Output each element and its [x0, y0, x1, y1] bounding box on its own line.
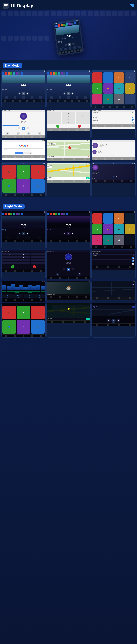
night-m2-prev[interactable]: ◀◀ [64, 232, 66, 235]
night-eq-btn5[interactable]: BAS [2, 296, 12, 298]
night-cp-podcast[interactable]: 🎙 [17, 320, 30, 334]
night-app-bt[interactable]: BT [125, 213, 135, 224]
night-num-5[interactable]: 5 [16, 256, 30, 258]
night-cp-waze[interactable]: 🔵 [2, 320, 16, 334]
day-btc-call-btn[interactable]: 📞 [56, 125, 60, 128]
app-icon-bt[interactable]: BT [125, 72, 135, 83]
day-bts-toggle-5[interactable] [132, 122, 134, 124]
night-cp-music[interactable]: 🎵 [31, 306, 44, 319]
hero-next-btn[interactable]: ▶▶ [72, 42, 75, 45]
num-0[interactable]: 0 [62, 121, 76, 124]
hero-play-btn[interactable]: ▶ [68, 42, 72, 46]
night-cp-phone[interactable]: 📞 [2, 306, 16, 319]
cp-app-music[interactable]: 🎵 [31, 165, 44, 178]
cp-app-phone[interactable]: 📞 [2, 165, 16, 178]
night-app-carplay[interactable]: 🍎 [103, 235, 113, 245]
day-waze-go[interactable]: GO [86, 177, 90, 179]
night-btm-next[interactable]: ▶▶ [72, 268, 74, 270]
night-num-hash[interactable]: # [31, 262, 45, 264]
night-btm-mic[interactable]: 🎤 [78, 272, 81, 276]
day-btm-mic[interactable]: 🎤 [38, 132, 41, 135]
num-5[interactable]: 5 [62, 115, 76, 118]
day-lm-next[interactable]: ⏭ [115, 155, 117, 157]
night-num-3[interactable]: 3 [31, 253, 45, 256]
night-m1-play[interactable]: ⏸ [22, 232, 25, 235]
day-btm-vol-down[interactable]: 🔉 [17, 132, 20, 135]
day-mp1-prev[interactable]: ◀◀ [18, 92, 21, 94]
day-btm-play[interactable]: ▶ [22, 127, 25, 130]
day-btc-end-btn[interactable]: 📞 [78, 125, 81, 128]
night-set-toggle-4[interactable] [132, 260, 134, 262]
night-btm-prev[interactable]: ◀◀ [63, 268, 66, 270]
day-np-next[interactable]: ⏭ [116, 176, 118, 177]
night-eq-btn6[interactable]: MID [13, 296, 23, 298]
menu-icon[interactable] [3, 2, 9, 9]
night-m2-next[interactable]: ▶▶ [71, 232, 74, 235]
night-set-toggle-5[interactable] [132, 263, 134, 264]
day-np-play[interactable]: ⏸ [113, 176, 114, 177]
night-app-settings[interactable]: ⚙ [114, 213, 124, 224]
num-1[interactable]: 1 [47, 112, 61, 115]
num-star[interactable]: * [47, 121, 61, 124]
num-7[interactable]: 7 [47, 118, 61, 120]
day-google-btn2[interactable]: I'm Feeling Lucky [24, 152, 32, 154]
app-icon-settings[interactable]: ⚙ [114, 72, 124, 83]
night-m2-play[interactable]: ⏸ [67, 232, 70, 235]
night-eq-btn1[interactable]: EQ [2, 294, 12, 296]
cp-app-spotify[interactable]: 🎶 [31, 179, 44, 193]
app-icon-camera[interactable]: 📷 [114, 83, 124, 94]
num-9[interactable]: 9 [76, 118, 90, 120]
num-8[interactable]: 8 [62, 118, 76, 120]
night-num-2[interactable]: 2 [16, 253, 30, 256]
hero-prev-btn[interactable]: ◀◀ [64, 44, 67, 46]
night-num-star[interactable]: * [2, 262, 16, 264]
num-4[interactable]: 4 [47, 115, 61, 118]
app-icon-music[interactable]: 🎵 [103, 72, 113, 83]
day-bts-toggle-4[interactable] [132, 120, 134, 121]
day-google-btn1[interactable]: Google Search [16, 152, 23, 154]
night-nav2-btn1[interactable]: ⏮ [107, 319, 110, 322]
night-btm-vol[interactable]: 🔉 [56, 272, 60, 276]
cp-app-waze[interactable]: 🔵 [2, 179, 16, 193]
night-m1-prev[interactable]: ◀◀ [18, 232, 21, 235]
day-google-search[interactable]: 🔍Search... [3, 148, 44, 151]
day-btm-vol-up[interactable]: 🔊 [27, 132, 30, 135]
night-btc-call[interactable]: 📞 [11, 265, 14, 268]
day-np-prev[interactable]: ⏮ [110, 176, 111, 177]
night-num-7[interactable]: 7 [2, 259, 16, 261]
night-app-car[interactable]: 🚗 [92, 235, 102, 245]
day-mp1-play[interactable]: ⏸ [22, 92, 25, 95]
night-nav2-btn2[interactable]: ⏸ [112, 319, 116, 323]
night-num-1[interactable]: 1 [2, 253, 16, 256]
night-eq-btn4[interactable]: DSP [34, 294, 45, 296]
day-mp2-prev[interactable]: ◀◀ [64, 92, 66, 94]
app-icon-car[interactable]: 🚗 [92, 94, 102, 104]
night-set-toggle-3[interactable] [132, 258, 134, 259]
app-icon-wifi[interactable]: 📶 [125, 83, 135, 94]
night-m1-next[interactable]: ▶▶ [26, 232, 28, 235]
nav-icon[interactable] [130, 4, 134, 7]
night-eq-btn2[interactable]: VOL [13, 294, 23, 296]
night-cp-spotify[interactable]: 🎶 [31, 320, 44, 334]
night-app-dvd[interactable]: 💿 [114, 235, 124, 245]
app-icon-more[interactable]: ··· [125, 94, 135, 104]
num-6[interactable]: 6 [76, 115, 90, 118]
day-lm-prev[interactable]: ⏮ [110, 155, 112, 157]
night-app-more[interactable]: ··· [125, 235, 135, 245]
night-num-8[interactable]: 8 [16, 259, 30, 261]
night-app-music[interactable]: 🎵 [103, 213, 113, 224]
num-2[interactable]: 2 [62, 112, 76, 115]
night-app-phone[interactable]: 📞 [92, 213, 102, 224]
day-btm-next[interactable]: ▶▶ [26, 127, 29, 129]
night-waze-go[interactable]: GO [86, 318, 90, 320]
night-eq-btn7[interactable]: TRE [24, 296, 34, 298]
cp-app-podcast[interactable]: 🎙 [17, 179, 30, 193]
num-hash[interactable]: # [76, 121, 90, 124]
night-num-4[interactable]: 4 [2, 256, 16, 258]
day-mp1-next[interactable]: ▶▶ [26, 92, 28, 94]
app-icon-nav[interactable]: 🗺 [92, 83, 102, 94]
cp-app-maps[interactable]: 🗺 [17, 165, 30, 178]
app-icon-phone[interactable]: 📞 [92, 72, 102, 83]
day-mp2-play[interactable]: ⏸ [67, 92, 70, 95]
night-num-0[interactable]: 0 [16, 262, 30, 264]
